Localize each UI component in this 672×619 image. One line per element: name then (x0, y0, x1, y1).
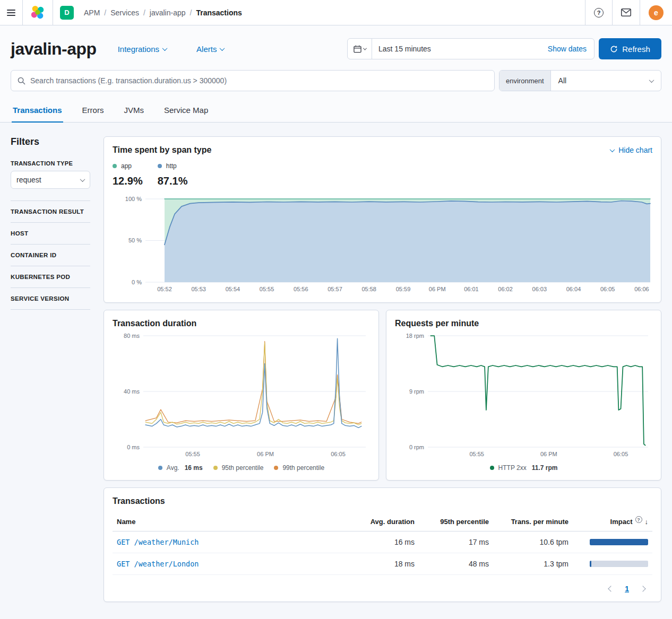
legend-dot (274, 466, 278, 470)
service-header: javalin-app Integrations Alerts Last 15 … (0, 25, 672, 59)
filter-section-host[interactable]: HOST (11, 222, 90, 244)
transaction-link-munich[interactable]: GET /weather/Munich (113, 531, 350, 553)
newsfeed-button[interactable] (612, 0, 640, 25)
tab-service-map[interactable]: Service Map (163, 100, 209, 123)
duration-legend: Avg. 16 ms 95th percentile 99th percenti… (113, 464, 370, 472)
quick-select-menu[interactable] (348, 39, 372, 59)
legend-item-95th[interactable]: 95th percentile (213, 464, 264, 472)
breadcrumb-service-name[interactable]: javalin-app (150, 8, 186, 17)
time-range-value[interactable]: Last 15 minutes (372, 45, 437, 53)
chevron-down-icon (80, 177, 85, 182)
svg-text:05:53: 05:53 (191, 286, 206, 292)
requests-per-minute-card: Requests per minute 0 rpm9 rpm18 rpm05:5… (386, 310, 661, 481)
svg-text:05:55: 05:55 (185, 451, 200, 457)
refresh-icon (610, 45, 618, 53)
integrations-dropdown[interactable]: Integrations (118, 45, 167, 54)
search-bar-row: environment All (0, 59, 672, 91)
legend-col-app: app 12.9% (113, 162, 143, 187)
p95-value: 17 ms (419, 531, 493, 553)
http-percentage: 87.1% (158, 175, 188, 187)
avg-duration-value: 16 ms (350, 531, 419, 553)
environment-value: All (558, 76, 567, 85)
breadcrumb-apm[interactable]: APM (84, 8, 100, 17)
previous-page-icon[interactable] (608, 586, 614, 591)
page-number-1[interactable]: 1 (625, 585, 629, 593)
impact-info-icon[interactable]: ? (635, 516, 642, 523)
svg-text:80 ms: 80 ms (124, 333, 140, 339)
impact-bar-track (590, 539, 648, 545)
filter-section-service-version[interactable]: SERVICE VERSION (11, 287, 90, 310)
impact-bar-track (590, 561, 648, 567)
space-selector[interactable]: D (53, 0, 81, 25)
elastic-logo[interactable] (23, 0, 53, 25)
legend-item-http[interactable]: http (158, 162, 188, 170)
alerts-dropdown[interactable]: Alerts (196, 45, 224, 54)
legend-item-app[interactable]: app (113, 162, 143, 170)
transaction-duration-title: Transaction duration (113, 319, 370, 328)
refresh-button[interactable]: Refresh (599, 38, 661, 59)
column-header-tpm[interactable]: Trans. per minute (493, 513, 573, 531)
legend-label: 95th percentile (222, 464, 264, 472)
user-menu[interactable]: e (640, 0, 672, 25)
help-button[interactable]: ? (585, 0, 612, 25)
svg-text:06:05: 06:05 (331, 451, 346, 457)
transaction-type-select[interactable]: request (11, 171, 90, 189)
search-input[interactable] (30, 76, 488, 85)
span-type-chart[interactable]: 0 %50 %100 %05:5205:5305:5405:5505:5605:… (113, 196, 652, 294)
environment-select[interactable]: All (551, 71, 661, 91)
svg-text:06 PM: 06 PM (540, 451, 557, 457)
svg-text:0 ms: 0 ms (127, 444, 140, 450)
chevron-down-icon (610, 147, 615, 152)
legend-dot (158, 466, 162, 470)
breadcrumb-services[interactable]: Services (110, 8, 139, 17)
transaction-link-london[interactable]: GET /weather/London (113, 553, 350, 575)
chevron-down-icon (363, 46, 366, 50)
transaction-duration-chart[interactable]: 0 ms40 ms80 ms05:5506 PM06:05 (113, 333, 370, 459)
next-page-icon[interactable] (640, 586, 645, 591)
legend-item-avg[interactable]: Avg. 16 ms (158, 464, 203, 472)
svg-text:50 %: 50 % (128, 237, 142, 243)
legend-col-http: http 87.1% (158, 162, 188, 187)
legend-label: HTTP 2xx (498, 464, 527, 472)
impact-cell (573, 531, 652, 553)
tpm-value: 1.3 tpm (493, 553, 573, 575)
filter-section-container-id[interactable]: CONTAINER ID (11, 244, 90, 266)
menu-toggle[interactable] (0, 0, 22, 25)
column-header-95th[interactable]: 95th percentile (419, 513, 493, 531)
filter-section-transaction-result[interactable]: TRANSACTION RESULT (11, 200, 90, 222)
svg-text:06 PM: 06 PM (429, 286, 446, 292)
hide-chart-link[interactable]: Hide chart (610, 146, 652, 154)
breadcrumb-separator: / (104, 8, 106, 17)
breadcrumb-separator: / (190, 8, 192, 17)
column-header-impact[interactable]: Impact ? ↓ (610, 518, 648, 526)
hamburger-icon[interactable] (7, 10, 15, 16)
column-header-avg-duration[interactable]: Avg. duration (350, 513, 419, 531)
svg-text:06:01: 06:01 (464, 286, 479, 292)
impact-bar (590, 539, 648, 545)
impact-label: Impact (610, 518, 633, 526)
help-icon: ? (594, 8, 604, 18)
svg-text:05:59: 05:59 (396, 286, 411, 292)
transaction-type-label: TRANSACTION TYPE (11, 160, 90, 167)
column-header-name[interactable]: Name (113, 513, 350, 531)
page-title: javalin-app (11, 39, 97, 59)
filter-section-kubernetes-pod[interactable]: KUBERNETES POD (11, 266, 90, 287)
svg-text:06:02: 06:02 (498, 286, 513, 292)
svg-text:05:57: 05:57 (328, 286, 342, 292)
tab-transactions[interactable]: Transactions (12, 100, 63, 123)
svg-text:18 rpm: 18 rpm (406, 333, 424, 339)
legend-item-99th[interactable]: 99th percentile (274, 464, 324, 472)
svg-text:40 ms: 40 ms (124, 388, 140, 395)
user-avatar[interactable]: e (649, 5, 664, 20)
p95-value: 48 ms (419, 553, 493, 575)
tab-jvms[interactable]: JVMs (123, 100, 145, 123)
legend-value: 11.7 rpm (532, 464, 558, 472)
show-dates-link[interactable]: Show dates (548, 45, 594, 53)
search-icon (18, 77, 25, 85)
requests-per-minute-chart[interactable]: 0 rpm9 rpm18 rpm05:5506 PM06:05 (395, 333, 652, 459)
impact-cell (573, 553, 652, 575)
legend-item-http2xx[interactable]: HTTP 2xx 11.7 rpm (490, 464, 558, 472)
space-badge[interactable]: D (60, 6, 74, 20)
tab-errors[interactable]: Errors (81, 100, 105, 123)
span-type-card: Time spent by span type Hide chart app 1… (104, 136, 661, 303)
